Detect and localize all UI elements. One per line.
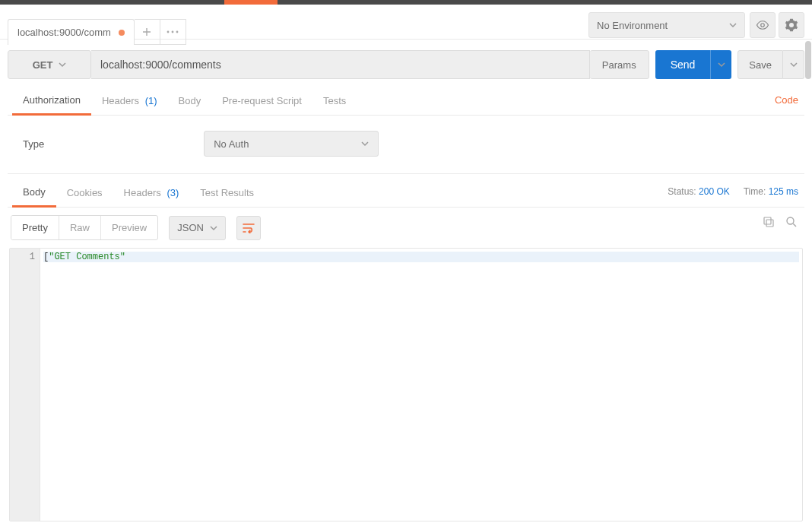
wrap-icon <box>243 223 255 233</box>
svg-point-6 <box>787 217 794 224</box>
gear-icon <box>785 18 798 32</box>
params-button[interactable]: Params <box>590 50 649 79</box>
request-tab-title: localhost:9000/comm <box>17 27 111 38</box>
response-tab-headers[interactable]: Headers (3) <box>113 179 190 206</box>
wrap-lines-button[interactable] <box>236 216 261 240</box>
send-menu-button[interactable] <box>710 50 731 79</box>
send-button[interactable]: Send <box>655 50 711 79</box>
search-icon <box>785 215 798 229</box>
response-body-viewer[interactable]: 1 ["GET Comments" <box>9 248 803 521</box>
chevron-down-icon <box>790 61 798 68</box>
svg-point-2 <box>176 31 179 33</box>
request-tab[interactable]: localhost:9000/comm <box>8 19 135 45</box>
save-button[interactable]: Save <box>737 50 783 79</box>
svg-rect-5 <box>764 217 771 224</box>
environment-quicklook-button[interactable] <box>750 12 776 38</box>
view-raw-button[interactable]: Raw <box>59 216 100 239</box>
line-gutter: 1 <box>10 249 40 521</box>
tab-tests[interactable]: Tests <box>312 87 357 114</box>
environment-selector[interactable]: No Environment <box>588 12 745 38</box>
status-value: 200 OK <box>699 186 730 197</box>
response-tab-tests[interactable]: Test Results <box>189 179 265 206</box>
svg-rect-4 <box>766 220 773 227</box>
settings-button[interactable] <box>779 12 804 38</box>
view-preview-button[interactable]: Preview <box>100 216 157 239</box>
save-menu-button[interactable] <box>783 50 804 79</box>
chevron-down-icon <box>361 140 369 147</box>
tab-prerequest[interactable]: Pre-request Script <box>211 87 312 114</box>
copy-icon <box>762 215 776 229</box>
generate-code-link[interactable]: Code <box>775 94 798 106</box>
request-url-input[interactable] <box>91 50 590 79</box>
tab-body[interactable]: Body <box>168 87 212 114</box>
search-response-button[interactable] <box>785 215 798 231</box>
http-method-selector[interactable]: GET <box>8 50 91 79</box>
copy-response-button[interactable] <box>762 215 776 231</box>
response-line: ["GET Comments" <box>43 252 799 262</box>
chevron-down-icon <box>718 61 725 68</box>
view-pretty-button[interactable]: Pretty <box>11 216 59 239</box>
response-tab-cookies[interactable]: Cookies <box>56 179 113 206</box>
response-tab-body[interactable]: Body <box>12 179 56 208</box>
environment-label: No Environment <box>597 20 668 31</box>
scrollbar-thumb[interactable] <box>805 41 811 79</box>
eye-icon <box>756 18 769 32</box>
svg-point-0 <box>167 31 170 33</box>
tab-headers[interactable]: Headers (1) <box>91 87 168 114</box>
unsaved-dot-icon <box>119 30 125 36</box>
auth-type-label: Type <box>23 138 44 150</box>
time-value: 125 ms <box>769 186 798 197</box>
add-tab-button[interactable] <box>135 19 160 45</box>
response-meta: Status: 200 OK Time: 125 ms <box>668 186 798 197</box>
chevron-down-icon <box>729 21 737 29</box>
tab-authorization[interactable]: Authorization <box>12 87 91 116</box>
response-lang-selector[interactable]: JSON <box>169 216 226 240</box>
tab-overflow-button[interactable] <box>160 19 186 45</box>
svg-point-3 <box>761 24 765 27</box>
auth-type-selector[interactable]: No Auth <box>204 131 379 157</box>
svg-point-1 <box>172 31 174 33</box>
http-method-label: GET <box>33 59 53 71</box>
chevron-down-icon <box>59 61 66 68</box>
vertical-scrollbar[interactable] <box>804 41 812 523</box>
chevron-down-icon <box>210 224 217 232</box>
